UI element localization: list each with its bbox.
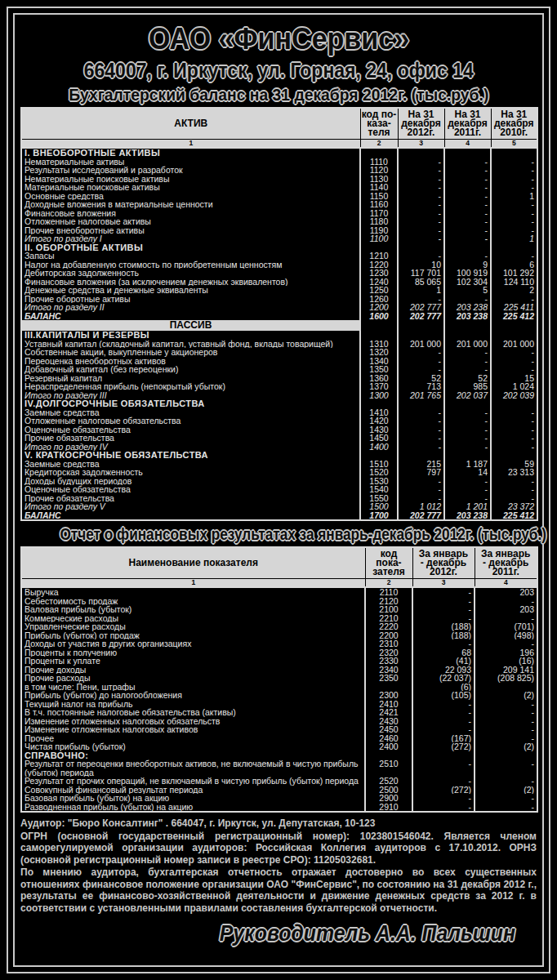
row-value-3: 201 000 [491,340,537,349]
row-value-2: - [444,234,491,243]
row-code: 1240 [360,278,398,287]
balance-table-header: АКТИВкод по- каза- теляНа 31 декабря 201… [21,108,537,148]
table-row-2350: Прочие расходы2350(22 037)(208 825) [21,674,537,683]
row-value-2 [444,331,491,340]
row-label: Нематериальные поисковые активы [21,175,360,184]
row-value-3: 15 [491,374,537,383]
table-row-2220: Управленческие расходы2220(188)(701) [21,622,537,631]
row-label: I. ВНЕОБОРОТНЫЕ АКТИВЫ [21,148,360,158]
row-value-1: (6) [412,683,475,692]
row-value-1: - [398,416,444,425]
row-label: Доходы от участия в других организациях [21,639,365,648]
row-code: 1340 [360,357,398,366]
table-row-2110: Выручка2110-203 [21,587,537,597]
header-cell-4: На 31 декабря 2011г. [444,108,491,140]
table-row-1400: Итого по разделу IV1400--- [21,443,537,452]
row-label: Налог на добавленную стоимость по приобр… [21,261,360,270]
table-row-1510: Заемные средства15102151 18759 [21,460,537,469]
row-code: 1450 [360,434,398,443]
row-label: Заемные средства [21,408,360,417]
row-value-1: - [398,443,444,452]
row-label: Нематериальные активы [21,158,360,167]
org-address: 664007, г. Иркутск, ул. Горная, 24, офис… [20,57,537,84]
table-row-1150: Основные средства1150--1 [21,192,537,201]
row-value-2: 985 [444,382,491,391]
row-value-3 [491,243,537,252]
row-label: Совокупный финансовый результат периода [21,786,365,795]
row-label: Собственные акции, выкупленные у акционе… [21,348,360,357]
row-value-3: - [491,200,537,209]
row-value-3: - [491,252,537,261]
document-content: ОАО «ФинСервис» 664007, г. Иркутск, ул. … [20,21,537,947]
row-value-2: - [475,717,537,726]
row-label: Доходы будущих периодов [21,477,360,486]
org-name-title: ОАО «ФинСервис» [20,21,537,57]
row-value-2: - [444,365,491,374]
table-row-2400: Чистая прибыль (убыток)2400(272)(2) [21,742,537,751]
row-code: 1230 [360,269,398,278]
row-label: Прочие обязательства [21,434,360,443]
row-code: 1300 [360,391,398,400]
row-label: Отложенные налоговые обязательства [21,416,360,425]
income-table: Наименование показателякод пока- зателяЗ… [20,546,538,813]
header-cell-1: Наименование показателя [21,547,365,579]
row-code: 2100 [365,605,412,614]
row-value-2: - [444,175,491,184]
row-value-1: 10 [398,261,444,270]
row-value-3: - [491,408,537,417]
row-value-2: - [444,485,491,494]
row-value-1: (188) [412,622,475,631]
row-label: Прибыль (убыток) до налогообложения [21,691,365,700]
table-row-2330: Проценты к уплате2330(41)(16) [21,657,537,666]
row-code: 1500 [360,502,398,511]
row-code: 2910 [365,803,412,813]
table-row: IV.ДОЛГОСРОЧНЫЕ ОБЯЗАТЕЛЬСТВА [21,399,537,408]
table-row: в том числе: Пени, штрафы(6) [21,683,537,692]
row-label: Уставный капитал (складочный капитал, ус… [21,340,360,349]
row-value-1: (41) [412,657,475,666]
row-value-2: - [475,708,537,717]
table-row: III.КАПИТАЛЫ И РЕЗЕРВЫ [21,331,537,340]
row-code: 1410 [360,408,398,417]
row-label: Проценты к получению [21,648,365,657]
column-number-4: 4 [475,579,537,588]
table-row-1260: Прочие оборотные активы1260--- [21,295,537,304]
row-value-2: (2) [475,742,537,751]
row-code: 1260 [360,295,398,304]
passiv-divider-row: ПАССИВ [21,320,537,331]
header-cell-3: За январь - декабрь 2012г. [412,547,475,579]
row-code: 1250 [360,286,398,295]
row-value-2: - [475,777,537,786]
row-value-2: - [475,794,537,803]
row-label: Запасы [21,252,360,261]
row-label: Доходные вложения в материальные ценност… [21,200,360,209]
table-row-1130: Нематериальные поисковые активы1130--- [21,175,537,184]
table-row-2410: Текущий налог на прибыль2410-- [21,700,537,709]
row-label: Нераспределенная прибыль (непокрытый убы… [21,382,360,391]
row-value-3: 101 292 [491,269,537,278]
row-code: 1540 [360,485,398,494]
table-row: I. ВНЕОБОРОТНЫЕ АКТИВЫ [21,148,537,158]
table-row: II. ОБОРОТНЫЕ АКТИВЫ [21,243,537,252]
row-label: Заемные средства [21,460,360,469]
row-value-3: - [491,494,537,503]
table-row-1110: Нематериальные активы1110--- [21,158,537,167]
table-row-2340: Прочие доходы234022 093209 141 [21,666,537,675]
row-value-1: - [398,408,444,417]
table-row-1160: Доходные вложения в материальные ценност… [21,200,537,209]
table-row-2430: Изменение отложенных налоговых обязатель… [21,717,537,726]
row-value-1: 201 000 [398,340,444,349]
row-value-2: 203 [475,605,537,614]
table-row-1520: Кредиторская задолженность15207971423 31… [21,468,537,477]
row-value-1 [412,751,475,760]
row-label: Прочее [21,734,365,743]
row-value-1: - [398,200,444,209]
row-code: 1700 [360,511,398,521]
row-value-2: - [475,614,537,623]
table-row-1700: БАЛАНС1700202 777203 238225 412 [21,511,537,521]
row-label: Себестоимость продаж [21,597,365,606]
row-code: 2900 [365,794,412,803]
table-row-1210: Запасы1210--- [21,252,537,261]
table-row: V. КРАТКОСРОЧНЫЕ ОБЯЗАТЕЛЬСТВА [21,451,537,460]
row-value-2: - [444,183,491,192]
